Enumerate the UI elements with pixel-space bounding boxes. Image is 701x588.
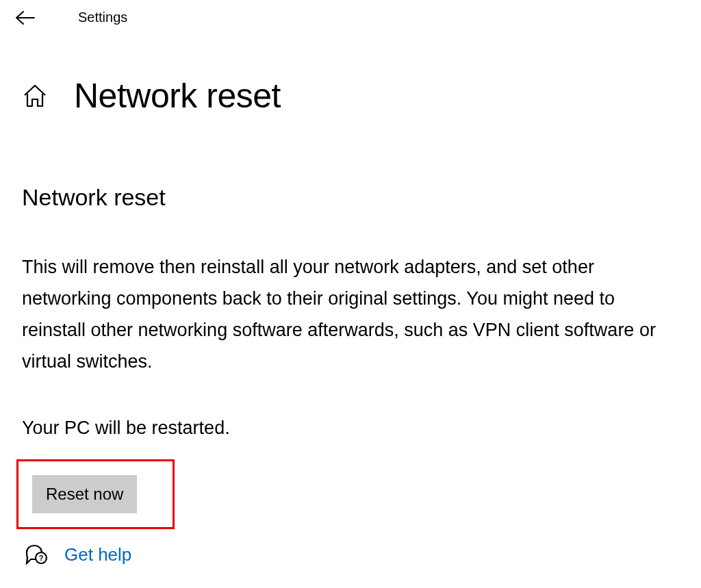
get-help-link[interactable]: Get help: [64, 544, 131, 565]
page-title-row: Network reset: [0, 35, 701, 116]
help-icon: ?: [25, 544, 48, 565]
page-title: Network reset: [74, 76, 281, 116]
svg-text:?: ?: [39, 554, 44, 562]
help-row: ? Get help: [22, 544, 680, 565]
content: Network reset This will remove then rein…: [0, 116, 701, 565]
back-arrow-icon: [15, 10, 36, 25]
home-icon[interactable]: [22, 83, 48, 109]
header-title: Settings: [78, 10, 127, 25]
reset-highlight-box: Reset now: [16, 459, 175, 529]
description-text: This will remove then reinstall all your…: [22, 252, 680, 378]
restart-note: Your PC will be restarted.: [22, 418, 680, 439]
back-button[interactable]: [15, 10, 36, 25]
reset-now-button[interactable]: Reset now: [32, 475, 137, 513]
header: Settings: [0, 0, 701, 35]
section-heading: Network reset: [22, 184, 680, 211]
